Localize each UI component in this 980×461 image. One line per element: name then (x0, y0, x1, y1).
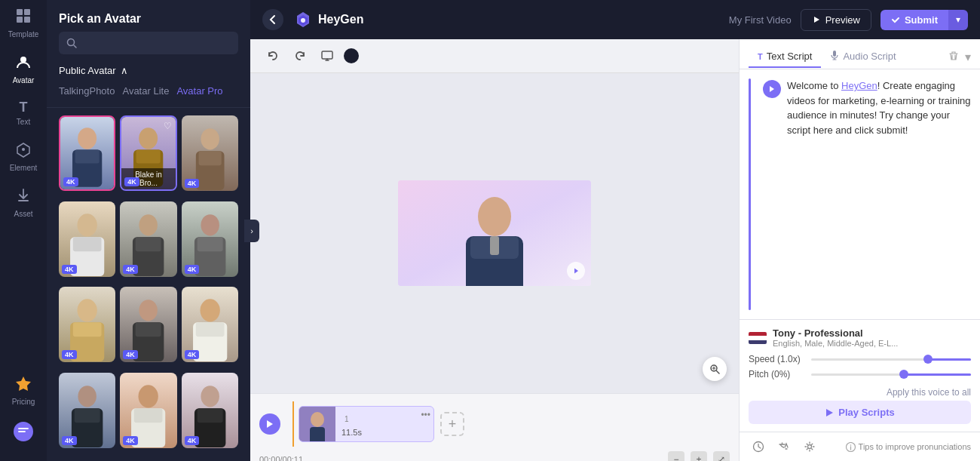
clip-number: 1 (341, 414, 352, 424)
timeline-add-button[interactable]: + (440, 412, 464, 436)
sidebar-item-avatar[interactable]: Avatar (0, 46, 47, 92)
timeline-clip-1[interactable]: 1 11.5s ••• (299, 406, 434, 442)
sidebar-item-text[interactable]: T Text (0, 92, 47, 134)
play-scripts-button[interactable]: Play Scripts (749, 401, 971, 424)
top-bar-left: HeyGen (262, 9, 363, 30)
tab-text-script[interactable]: T Text Script (749, 46, 821, 68)
search-icon (66, 38, 77, 48)
timeline-zoom-in[interactable]: + (691, 451, 707, 461)
delete-script-button[interactable] (948, 51, 959, 64)
back-button[interactable] (262, 9, 283, 30)
svg-point-23 (139, 214, 158, 235)
color-circle[interactable] (344, 48, 359, 63)
public-avatar-toggle[interactable]: Public Avatar ∧ (47, 62, 250, 82)
speed-label: Speed (1.0x) (749, 354, 805, 364)
timeline: 1 11.5s ••• + (250, 393, 739, 461)
submit-check-icon (891, 15, 900, 24)
settings-tool-button[interactable] (800, 437, 819, 456)
translate-tool-button[interactable] (774, 437, 794, 456)
svg-point-60 (808, 445, 812, 449)
play-overlay[interactable] (567, 262, 585, 280)
tab-avatar-lite[interactable]: Avatar Lite (122, 82, 176, 100)
monitor-icon (321, 50, 333, 62)
timeline-playhead (292, 401, 294, 447)
script-play-button[interactable] (763, 80, 781, 98)
clock-tool-button[interactable] (749, 437, 768, 456)
avatar-card-8[interactable]: 4K (120, 287, 176, 362)
sidebar-item-pricing[interactable]: Pricing (0, 367, 47, 413)
zoom-button[interactable] (703, 357, 727, 381)
sidebar-item-asset[interactable]: Asset (0, 180, 47, 226)
timeline-expand[interactable]: ⤢ (713, 451, 730, 461)
svg-rect-1 (24, 9, 30, 15)
svg-rect-0 (17, 9, 23, 15)
voice-selector[interactable]: Tony - Professional English, Male, Middl… (749, 327, 971, 348)
avatar-card-1[interactable]: 4K (59, 115, 115, 191)
pitch-label: Pitch (0%) (749, 369, 805, 380)
avatar-badge-5: 4K (123, 265, 138, 274)
avatar-badge-8: 4K (123, 350, 138, 359)
avatar-card-2[interactable]: ♡ Blake in Bro... 4K (120, 115, 176, 191)
pitch-slider[interactable] (811, 373, 971, 376)
submit-arrow-icon: ▾ (956, 14, 960, 25)
avatar-search-bar[interactable] (59, 32, 238, 54)
avatar-panel: Pick an Avatar Public Avatar ∧ TalkingPh… (47, 0, 250, 461)
undo-button[interactable] (262, 45, 283, 66)
monitor-button[interactable] (317, 45, 338, 66)
pricing-icon (15, 375, 32, 395)
avatar-card-10[interactable]: 4K (59, 373, 115, 448)
speed-slider-thumb[interactable] (923, 355, 933, 364)
avatar-card-7[interactable]: 4K (59, 287, 115, 362)
avatar-card-6[interactable]: 4K (182, 201, 238, 277)
apply-voice-button[interactable]: Apply this voice to all (749, 384, 971, 401)
tab-audio-script[interactable]: Audio Script (821, 45, 905, 69)
redo-button[interactable] (289, 45, 311, 66)
avatar-card-12[interactable]: 4K (182, 373, 238, 448)
script-tab-actions: ▾ (948, 50, 971, 64)
svg-point-17 (201, 129, 219, 150)
heart-icon-2: ♡ (164, 121, 172, 131)
sidebar-item-element[interactable]: Element (0, 134, 47, 180)
clip-more-button[interactable]: ••• (421, 410, 430, 420)
avatar-card-3[interactable]: 4K (182, 115, 238, 191)
clip-info: 1 11.5s (335, 408, 433, 440)
avatar-card-5[interactable]: 4K (120, 201, 176, 277)
tab-talking-photo[interactable]: TalkingPhoto (59, 82, 122, 100)
script-chevron-button[interactable]: ▾ (965, 50, 971, 64)
script-text-content[interactable]: Welcome to HeyGen! Create engaging video… (787, 78, 971, 310)
panel-collapse-button[interactable]: › (244, 220, 259, 242)
nav-bottom: Pricing (0, 367, 47, 461)
svg-point-20 (77, 214, 96, 236)
svg-point-44 (201, 386, 219, 407)
tab-avatar-pro[interactable]: Avatar Pro (176, 82, 230, 100)
preview-button[interactable]: Preview (801, 9, 871, 31)
avatar-label: Avatar (13, 76, 35, 85)
submit-dropdown-button[interactable]: ▾ (948, 10, 968, 30)
audio-script-icon (830, 50, 839, 63)
clip-avatar-svg (299, 406, 335, 442)
svg-rect-28 (197, 237, 222, 251)
svg-rect-43 (134, 408, 163, 423)
svg-rect-53 (490, 236, 499, 255)
timeline-zoom-out[interactable]: − (668, 451, 684, 461)
submit-button[interactable]: Submit (880, 10, 948, 30)
svg-rect-22 (73, 237, 102, 251)
svg-point-10 (68, 39, 75, 46)
timeline-controls: 1 11.5s ••• + (250, 398, 739, 450)
pitch-slider-thumb[interactable] (899, 370, 908, 379)
sidebar-item-template[interactable]: Template (0, 0, 47, 46)
avatar-badge-6: 4K (185, 265, 200, 274)
svg-rect-25 (136, 237, 161, 251)
preview-label: Preview (825, 14, 860, 26)
timeline-play-button[interactable] (259, 413, 280, 435)
heygen-link[interactable]: HeyGen (841, 80, 877, 91)
avatar-card-11[interactable]: 4K (120, 373, 176, 448)
avatar-card-4[interactable]: 4K (59, 201, 115, 277)
back-icon (268, 14, 278, 25)
sidebar-item-chat[interactable] (0, 413, 47, 453)
avatar-icon (15, 54, 32, 74)
app-title: HeyGen (318, 13, 363, 26)
speed-slider[interactable] (811, 358, 971, 361)
microphone-icon (830, 50, 839, 60)
avatar-card-9[interactable]: 4K (182, 287, 238, 362)
